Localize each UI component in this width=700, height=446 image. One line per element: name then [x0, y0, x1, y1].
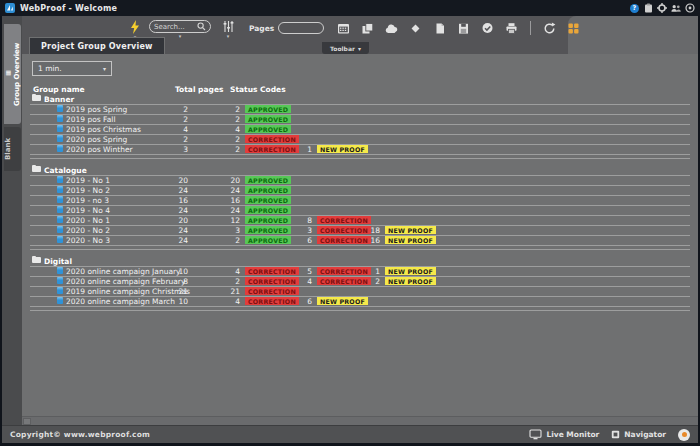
shape-button[interactable] — [408, 21, 423, 35]
project-row[interactable]: 2019 - No 22424APPROVED — [30, 186, 690, 196]
refresh-icon — [543, 22, 556, 35]
project-name: 2019 - No 1 — [66, 176, 110, 186]
col-header-status-codes: Status Codes — [230, 84, 286, 95]
project-row[interactable]: 2019 pos Fall22APPROVED — [30, 115, 690, 125]
save-document-button[interactable] — [456, 21, 471, 35]
caret-down-icon: ▾ — [179, 34, 182, 39]
pages-input[interactable] — [278, 22, 324, 34]
group-header-row[interactable]: Banner — [30, 95, 690, 105]
horizontal-scroll-strip[interactable] — [22, 416, 698, 425]
status-badge: APPROVED — [245, 206, 291, 214]
tab-project-group-overview[interactable]: Project Group Overview — [29, 37, 165, 54]
project-doc-icon — [57, 267, 63, 274]
project-row[interactable]: 2019 - No 42424APPROVED — [30, 206, 690, 216]
project-doc-icon — [57, 115, 63, 122]
print-button[interactable] — [504, 21, 519, 35]
project-row[interactable]: 2020 online campaign March104CORRECTION6… — [30, 297, 690, 307]
copy-pages-button[interactable] — [360, 21, 375, 35]
project-row[interactable]: 2019 pos Christmas44APPROVED — [30, 125, 690, 135]
project-row[interactable]: 2019 online campaign Christmas2121CORREC… — [30, 287, 690, 297]
toolbar-tools: ▾ ▾ ▾ Pages — [130, 20, 581, 40]
total-pages-value: 2 — [150, 115, 188, 125]
gear-icon[interactable] — [657, 3, 667, 13]
sort-filter-button[interactable]: ▾ — [222, 20, 234, 39]
group-name: Catalogue — [44, 166, 87, 176]
folder-icon — [32, 166, 41, 172]
project-row[interactable]: 2019 pos Spring22APPROVED — [30, 105, 690, 115]
toolbar-right-panel — [568, 16, 698, 54]
status-count: 24 — [210, 206, 240, 216]
total-pages-value: 16 — [150, 196, 188, 206]
status-badge: NEW PROOF — [385, 226, 436, 234]
webproof-logo-icon — [5, 3, 15, 13]
project-row[interactable]: 2019 - No 12020APPROVED — [30, 176, 690, 186]
project-row[interactable]: 2020 pos Winther32CORRECTION1NEW PROOF — [30, 145, 690, 155]
project-row[interactable]: 2020 online campaign January104CORRECTIO… — [30, 267, 690, 277]
project-row[interactable]: 2020 online campaign February82CORRECTIO… — [30, 277, 690, 287]
pages-label: Pages — [249, 24, 274, 33]
total-pages-value: 4 — [150, 125, 188, 135]
total-pages-value: 2 — [150, 135, 188, 145]
status-badge: CORRECTION — [245, 287, 299, 295]
sidebar: ▦ Group Overview Blank — [2, 16, 22, 425]
group-gap — [30, 250, 690, 257]
status-count: 4 — [210, 125, 240, 135]
project-doc-icon — [57, 135, 63, 142]
group-spacer — [30, 155, 690, 159]
status-count: 2 — [210, 277, 240, 287]
sidebar-item-group-overview[interactable]: ▦ Group Overview — [4, 24, 21, 124]
search-input[interactable] — [154, 23, 195, 31]
status-count: 18 — [350, 226, 380, 236]
live-monitor-button[interactable]: Live Monitor — [529, 429, 599, 440]
group-header-row[interactable]: Catalogue — [30, 166, 690, 176]
status-count: 16 — [210, 196, 240, 206]
toolbar-separator — [530, 21, 531, 35]
project-row[interactable]: 2020 - No 3242APPROVED6CORRECTION16NEW P… — [30, 236, 690, 246]
group-spacer — [30, 246, 690, 250]
clipboard-icon[interactable] — [643, 3, 653, 13]
project-doc-icon — [57, 125, 63, 132]
approve-button[interactable] — [480, 21, 495, 35]
table-body: Banner2019 pos Spring22APPROVED2019 pos … — [30, 95, 690, 318]
caret-down-icon: ▾ — [227, 34, 230, 39]
project-row[interactable]: 2019 - no 31616APPROVED — [30, 196, 690, 206]
project-name: 2019 pos Christmas — [66, 125, 141, 135]
project-row[interactable]: 2020 pos Spring22CORRECTION — [30, 135, 690, 145]
project-doc-icon — [57, 206, 63, 213]
total-pages-value: 21 — [150, 287, 188, 297]
apps-grid-button[interactable] — [566, 21, 581, 35]
upload-button[interactable] — [384, 21, 399, 35]
help-icon[interactable]: ? — [630, 4, 639, 13]
total-pages-value: 10 — [150, 267, 188, 277]
status-indicator-button[interactable] — [678, 429, 690, 441]
sidebar-item-blank[interactable]: Blank — [4, 127, 21, 171]
lightning-icon — [130, 20, 140, 34]
group-header-row[interactable]: Digital — [30, 257, 690, 267]
refresh-interval-dropdown[interactable]: 1 min. ▾ — [32, 61, 112, 76]
status-count: 4 — [282, 277, 312, 287]
navigator-button[interactable]: Navigator — [611, 430, 666, 439]
project-row[interactable]: 2020 - No 2243APPROVED3CORRECTION18NEW P… — [30, 226, 690, 236]
refresh-button[interactable] — [542, 21, 557, 35]
group-name: Digital — [44, 257, 72, 267]
calendar-button[interactable] — [336, 21, 351, 35]
users-icon[interactable] — [671, 3, 681, 13]
project-doc-icon — [57, 216, 63, 223]
status-badge: APPROVED — [245, 115, 291, 123]
tab-label: Project Group Overview — [41, 42, 153, 51]
search-box[interactable] — [149, 20, 211, 33]
project-doc-icon — [57, 226, 63, 233]
power-icon[interactable] — [685, 3, 695, 13]
toolbar-dropdown-tab[interactable]: Toolbar ▾ — [322, 42, 369, 54]
project-row[interactable]: 2020 - No 12012APPROVED8CORRECTION — [30, 216, 690, 226]
apps-grid-icon — [567, 22, 580, 35]
document-button[interactable] — [432, 21, 447, 35]
status-badge: NEW PROOF — [385, 236, 436, 244]
statusbar: Copyright© www.webproof.com Live Monitor… — [2, 425, 698, 443]
search-icon — [197, 22, 206, 31]
project-name: 2019 - No 4 — [66, 206, 110, 216]
navigator-icon — [611, 430, 620, 439]
caret-down-icon: ▾ — [358, 45, 361, 52]
app-frame: ▦ Group Overview Blank ▾ — [2, 16, 698, 425]
status-count: 3 — [282, 226, 312, 236]
